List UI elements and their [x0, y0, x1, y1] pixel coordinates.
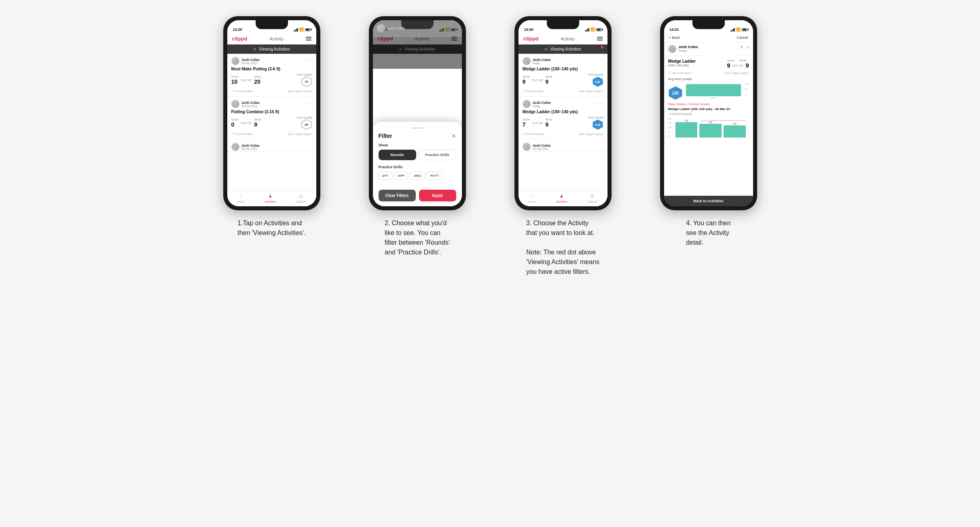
- detail-header-4: < Back Cancel: [664, 33, 753, 42]
- logo-3: clippd: [523, 36, 539, 42]
- hexagon-1-2: 45: [301, 119, 312, 130]
- info-icon-3-2: ⓘ: [523, 132, 525, 136]
- signal-bars-4: [730, 28, 735, 32]
- time-1: 13:20: [233, 28, 242, 32]
- detail-content-4: Wedge Ladder (100–140 yds) Score Shots 9…: [664, 56, 753, 196]
- nav-capture-3[interactable]: ⊕ Capture: [587, 193, 597, 203]
- nav-activities-3[interactable]: ♦ Activities: [556, 193, 567, 203]
- user-info-3-1: Josh Coles Today: [533, 58, 551, 65]
- edit-icon-4[interactable]: ✎: [740, 45, 743, 49]
- three-dots-1-2[interactable]: ···: [307, 100, 312, 106]
- cancel-button-4[interactable]: Cancel: [737, 36, 748, 40]
- logo-1: clippd: [232, 36, 248, 42]
- user-info-1-2: Josh Coles 28 Feb 2023: [241, 101, 260, 108]
- header-title-1: Activity: [269, 36, 284, 41]
- expand-icon-4[interactable]: ⤢: [746, 45, 749, 49]
- activity-card-3-1[interactable]: Josh Coles Today ··· Wedge Ladder (100–1…: [519, 54, 607, 97]
- viewing-bar-1[interactable]: ⚙ Viewing Activities: [227, 44, 316, 54]
- battery-1: [305, 28, 311, 31]
- close-button[interactable]: ✕: [451, 133, 456, 139]
- detail-action-icons: ✎ ⤢: [740, 45, 749, 49]
- step-3-caption: 3. Choose the Activity that you want to …: [526, 218, 599, 277]
- hamburger-3[interactable]: [597, 37, 603, 40]
- three-dots-1-1[interactable]: ···: [307, 57, 312, 63]
- step-2-container: 13:21 📶 clippd Activity: [353, 16, 482, 257]
- viewing-activities-3: Viewing Activities: [550, 47, 581, 51]
- viewing-activities-1: Viewing Activities: [259, 47, 290, 51]
- step-4-caption: 4. You can then see the Activity detail.: [686, 218, 730, 248]
- back-button[interactable]: < Back: [669, 36, 680, 40]
- card-title-1-1: Must Make Putting (3-6 ft): [231, 67, 312, 71]
- wedge-row-4: Wedge Ladder (100–140 yds) Score Shots 9…: [668, 59, 749, 69]
- card-title-3-2: Wedge Ladder (100–140 yds): [523, 110, 603, 114]
- three-dots-3-2[interactable]: ···: [598, 100, 603, 106]
- phone-notch-1: [256, 20, 288, 29]
- nav-home-1[interactable]: ⌂ Home: [237, 193, 245, 203]
- info-icon-4: ⓘ: [668, 71, 671, 75]
- back-to-activities-button[interactable]: Back to Activities: [664, 196, 753, 206]
- user-info-3-2: Josh Coles Today: [533, 101, 551, 108]
- step-3-container: 13:20 📶 clippd Activity: [498, 16, 628, 277]
- step-1-caption: 1.Tap on Activities and then 'Viewing Ac…: [237, 218, 306, 238]
- app-header-3: clippd Activity: [519, 33, 607, 44]
- filter-icon-3: ⚙: [544, 47, 548, 51]
- dim-overlay-2: Josh Coles: [373, 20, 462, 69]
- bottom-nav-1: ⌂ Home ♦ Activities ⊕ Capture: [227, 190, 316, 206]
- modal-handle: [411, 127, 423, 129]
- phone-3-inner: 13:20 📶 clippd Activity: [519, 20, 607, 206]
- apply-button[interactable]: Apply: [419, 190, 456, 201]
- activity-card-1[interactable]: Josh Coles 28 Feb 2023 ··· Must Make Put…: [227, 54, 316, 97]
- session-chart-4: 1401201008060 132 129: [668, 117, 749, 142]
- info-icon-1-1: ⓘ: [231, 89, 234, 93]
- activity-card-3-3[interactable]: Josh Coles 28 Feb 2023: [519, 140, 607, 152]
- app-btn[interactable]: APP: [394, 171, 408, 180]
- nav-capture-1[interactable]: ⊕ Capture: [296, 193, 306, 203]
- rounds-toggle[interactable]: Rounds: [379, 150, 416, 160]
- three-dots-3-1[interactable]: ···: [598, 57, 603, 63]
- drill-group: OTT APP ARG PUTT: [379, 171, 456, 180]
- viewing-bar-3[interactable]: ⚙ Viewing Activities: [519, 44, 607, 54]
- battery-3: [596, 28, 602, 31]
- filter-modal: Filter ✕ Show Rounds Practice Drills Pra…: [373, 122, 462, 206]
- hamburger-1[interactable]: [306, 37, 311, 40]
- scroll-area-3: Josh Coles Today ··· Wedge Ladder (100–1…: [519, 54, 607, 190]
- home-icon-1: ⌂: [239, 193, 242, 199]
- signal-bars-1: [294, 28, 298, 32]
- avatar-1-2: [231, 100, 239, 108]
- activity-card-3-2[interactable]: Josh Coles Today ··· Wedge Ladder (100–1…: [519, 97, 607, 140]
- phone-1: 13:20 📶 clippd Activity: [223, 16, 320, 210]
- time-3: 13:20: [524, 28, 533, 32]
- hexagon-3-2: 118: [592, 119, 603, 130]
- chart-mini-4: 100500 APP: [686, 83, 749, 100]
- clear-filters-button[interactable]: Clear Filters: [379, 190, 416, 201]
- hexagon-1-1: 75: [301, 76, 312, 87]
- phone-4-inner: 13:21 📶 < Back Cancel: [664, 20, 753, 206]
- nav-home-3[interactable]: ⌂ Home: [528, 193, 536, 203]
- nav-activities-1[interactable]: ♦ Activities: [265, 193, 276, 203]
- session-sub-4: ↗ Avg Shot Quality: [668, 112, 749, 116]
- dim-user-2: Josh Coles: [387, 26, 405, 30]
- ott-btn[interactable]: OTT: [379, 171, 392, 180]
- scroll-area-1: Josh Coles 28 Feb 2023 ··· Must Make Put…: [227, 54, 316, 190]
- filter-title: Filter: [379, 133, 392, 139]
- activities-icon-1: ♦: [269, 193, 272, 199]
- activity-card-1-3[interactable]: Josh Coles 28 Feb 2023: [227, 140, 316, 152]
- phone-3: 13:20 📶 clippd Activity: [514, 16, 612, 210]
- arg-btn[interactable]: ARG: [410, 171, 425, 180]
- avatar-1-1: [231, 57, 239, 65]
- activity-card-1-2[interactable]: Josh Coles 28 Feb 2023 ··· Putting Combi…: [227, 97, 316, 140]
- step-2-caption: 2. Choose what you'd like to see. You ca…: [385, 218, 450, 257]
- info-row-4: ⓘ Test Information Data: Clippd Capture: [668, 71, 749, 75]
- step-1-container: 13:20 📶 clippd Activity: [207, 16, 337, 238]
- card-title-1-2: Putting Combine (3-15 ft): [231, 110, 312, 114]
- phone-2: 13:21 📶 clippd Activity: [369, 16, 466, 210]
- putt-btn[interactable]: PUTT: [427, 171, 442, 180]
- wifi-icon-3: 📶: [591, 28, 595, 32]
- phone-4: 13:21 📶 < Back Cancel: [660, 16, 757, 210]
- show-toggle-group: Rounds Practice Drills: [379, 150, 456, 160]
- bottom-nav-3: ⌂ Home ♦ Activities ⊕ Capture: [519, 190, 607, 206]
- user-info-1-3: Josh Coles 28 Feb 2023: [241, 144, 260, 150]
- practice-drills-toggle[interactable]: Practice Drills: [419, 150, 456, 160]
- phone-notch-4: [692, 20, 725, 29]
- step-4-container: 13:21 📶 < Back Cancel: [644, 16, 773, 248]
